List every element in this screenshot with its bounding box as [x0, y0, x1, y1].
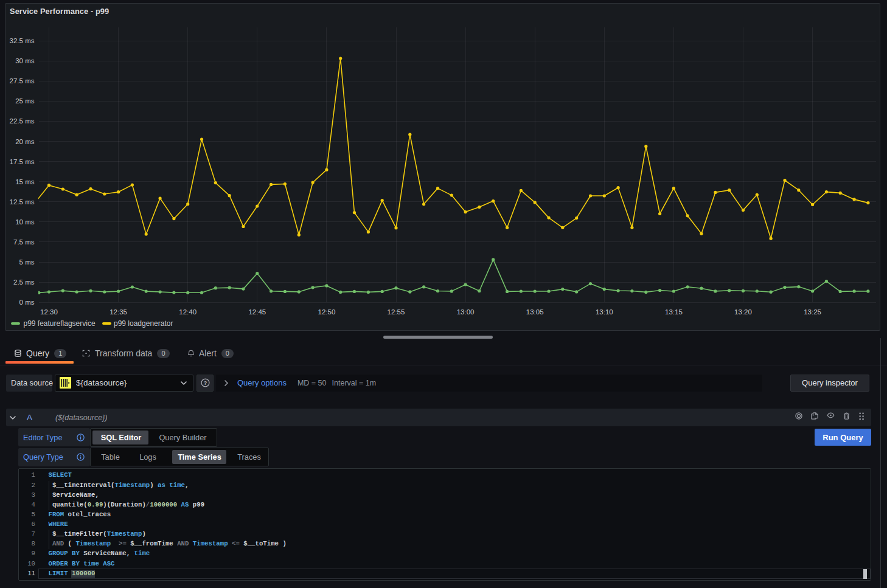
- svg-text:10 ms: 10 ms: [15, 218, 35, 226]
- svg-text:5 ms: 5 ms: [19, 258, 35, 266]
- svg-text:13:20: 13:20: [734, 308, 752, 316]
- svg-text:12:45: 12:45: [248, 308, 266, 316]
- svg-text:13:05: 13:05: [526, 308, 544, 316]
- svg-text:22.5 ms: 22.5 ms: [10, 117, 35, 125]
- svg-text:?: ?: [203, 380, 207, 386]
- svg-text:27.5 ms: 27.5 ms: [10, 77, 35, 85]
- svg-text:25 ms: 25 ms: [15, 97, 35, 105]
- svg-text:12:50: 12:50: [318, 308, 336, 316]
- svg-text:7.5 ms: 7.5 ms: [13, 238, 35, 246]
- svg-text:12.5 ms: 12.5 ms: [10, 198, 35, 206]
- svg-text:12:40: 12:40: [179, 308, 197, 316]
- svg-text:12:35: 12:35: [110, 308, 127, 316]
- svg-text:15 ms: 15 ms: [15, 178, 35, 185]
- svg-text:13:10: 13:10: [596, 308, 613, 316]
- svg-text:12:30: 12:30: [40, 308, 58, 316]
- svg-text:12:55: 12:55: [388, 308, 405, 316]
- svg-text:0 ms: 0 ms: [19, 299, 35, 306]
- svg-text:13:15: 13:15: [665, 308, 683, 316]
- svg-text:13:25: 13:25: [804, 308, 821, 316]
- svg-text:20 ms: 20 ms: [15, 138, 35, 145]
- svg-text:2.5 ms: 2.5 ms: [13, 278, 35, 286]
- svg-text:17.5 ms: 17.5 ms: [10, 158, 35, 165]
- svg-text:30 ms: 30 ms: [15, 57, 35, 64]
- svg-text:13:00: 13:00: [457, 308, 475, 316]
- svg-text:32.5 ms: 32.5 ms: [10, 37, 35, 44]
